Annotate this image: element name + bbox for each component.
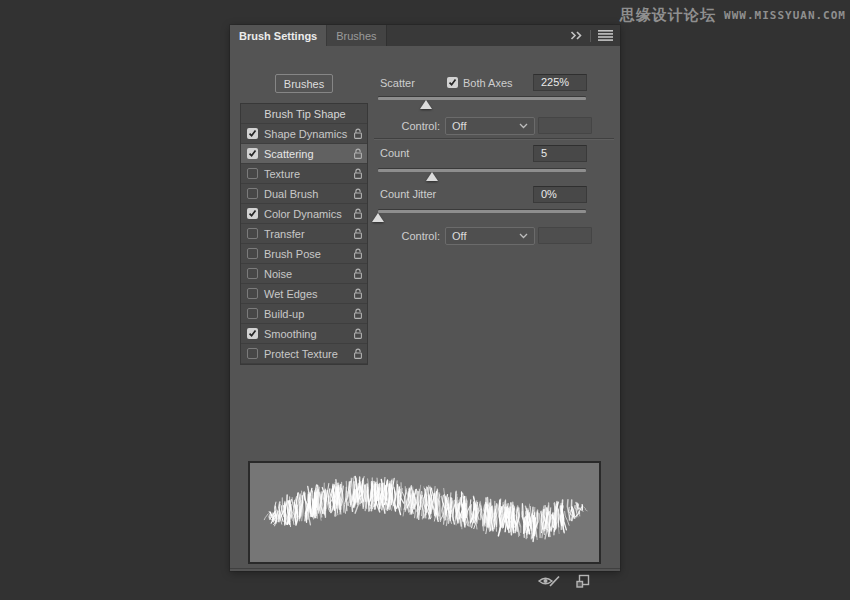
brush-setting-row[interactable]: Texture	[241, 164, 367, 184]
setting-label: Color Dynamics	[264, 208, 342, 220]
watermark: 思缘设计论坛 WWW.MISSYUAN.COM	[620, 6, 846, 25]
create-new-brush-icon[interactable]	[576, 574, 590, 588]
count-jitter-label: Count Jitter	[380, 188, 436, 200]
brush-setting-row[interactable]: Color Dynamics	[241, 204, 367, 224]
control1-dropdown[interactable]: Off	[445, 117, 535, 135]
check-icon	[248, 129, 257, 138]
setting-label: Texture	[264, 168, 300, 180]
brush-setting-row[interactable]: Brush Pose	[241, 244, 367, 264]
setting-label: Noise	[264, 268, 292, 280]
unlock-icon[interactable]	[353, 268, 363, 280]
unlock-icon[interactable]	[353, 248, 363, 260]
chevron-down-icon	[519, 123, 528, 129]
control2-label: Control:	[380, 230, 440, 242]
setting-checkbox[interactable]	[247, 228, 258, 239]
brush-settings-panel: Brush Settings Brushes Brushes	[230, 25, 620, 571]
eye-slash-icon[interactable]	[537, 574, 561, 588]
tab-brushes-label: Brushes	[336, 30, 376, 42]
setting-checkbox[interactable]	[247, 268, 258, 279]
brush-settings-list: Brush Tip Shape Shape Dynamics Scatterin	[240, 103, 368, 365]
unlock-icon[interactable]	[353, 288, 363, 300]
panel-tab-bar: Brush Settings Brushes	[230, 25, 620, 46]
setting-label: Brush Pose	[264, 248, 321, 260]
setting-label: Shape Dynamics	[264, 128, 347, 140]
setting-checkbox[interactable]	[247, 188, 258, 199]
brush-setting-row[interactable]: Transfer	[241, 224, 367, 244]
setting-checkbox[interactable]	[247, 288, 258, 299]
check-icon	[248, 149, 257, 158]
panel-body: Brushes Brush Tip Shape Shape Dynamics	[230, 46, 620, 571]
check-icon	[248, 209, 257, 218]
watermark-cn: 思缘设计论坛	[620, 6, 716, 25]
tabbar-icons	[570, 25, 620, 46]
unlock-icon[interactable]	[353, 228, 363, 240]
unlock-icon[interactable]	[353, 168, 363, 180]
tab-brushes[interactable]: Brushes	[327, 25, 386, 46]
setting-checkbox[interactable]	[247, 208, 258, 219]
setting-label: Dual Brush	[264, 188, 318, 200]
setting-checkbox[interactable]	[247, 348, 258, 359]
watermark-en: WWW.MISSYUAN.COM	[724, 9, 846, 22]
setting-checkbox[interactable]	[247, 148, 258, 159]
chevron-down-icon	[519, 233, 528, 239]
brush-setting-row[interactable]: Build-up	[241, 304, 367, 324]
unlock-icon[interactable]	[353, 188, 363, 200]
setting-checkbox[interactable]	[247, 168, 258, 179]
control2-extra-field	[538, 227, 592, 244]
control1-value: Off	[452, 120, 466, 132]
brush-setting-row[interactable]: Wet Edges	[241, 284, 367, 304]
count-jitter-value-field[interactable]: 0%	[533, 186, 587, 203]
brush-stroke-canvas	[250, 463, 599, 562]
unlock-icon[interactable]	[353, 328, 363, 340]
unlock-icon[interactable]	[353, 148, 363, 160]
both-axes-checkbox[interactable]	[447, 77, 458, 88]
brushes-button-label: Brushes	[284, 78, 324, 90]
count-label: Count	[380, 147, 409, 159]
unlock-icon[interactable]	[353, 128, 363, 140]
brush-setting-row[interactable]: Protect Texture	[241, 344, 367, 364]
check-icon	[448, 78, 457, 87]
brush-stroke-preview	[248, 461, 601, 564]
brush-setting-row[interactable]: Noise	[241, 264, 367, 284]
setting-checkbox[interactable]	[247, 328, 258, 339]
scatter-slider-track[interactable]	[378, 97, 586, 100]
section-divider	[374, 138, 614, 139]
brush-setting-row[interactable]: Shape Dynamics	[241, 124, 367, 144]
control1-label: Control:	[380, 120, 440, 132]
brushes-button[interactable]: Brushes	[275, 74, 333, 93]
panel-bottom-bar	[230, 568, 620, 592]
unlock-icon[interactable]	[353, 348, 363, 360]
setting-label: Build-up	[264, 308, 304, 320]
setting-label: Wet Edges	[264, 288, 318, 300]
setting-label: Smoothing	[264, 328, 317, 340]
setting-checkbox[interactable]	[247, 248, 258, 259]
tab-brush-settings-label: Brush Settings	[239, 30, 317, 42]
unlock-icon[interactable]	[353, 308, 363, 320]
list-item-brush-tip-shape[interactable]: Brush Tip Shape	[241, 104, 367, 124]
tabbar-separator	[590, 30, 591, 42]
control1-extra-field	[538, 117, 592, 134]
count-jitter-slider-thumb[interactable]	[372, 213, 384, 222]
brush-setting-row[interactable]: Smoothing	[241, 324, 367, 344]
unlock-icon[interactable]	[353, 208, 363, 220]
tab-brush-settings[interactable]: Brush Settings	[230, 25, 326, 46]
check-icon	[248, 329, 257, 338]
scatter-label: Scatter	[380, 77, 415, 89]
count-slider-track[interactable]	[378, 169, 586, 172]
scatter-slider-thumb[interactable]	[420, 100, 432, 109]
chevron-double-right-icon[interactable]	[570, 31, 583, 40]
brush-tip-shape-label: Brush Tip Shape	[264, 108, 345, 120]
panel-menu-icon[interactable]	[598, 30, 613, 41]
setting-checkbox[interactable]	[247, 128, 258, 139]
count-jitter-slider-track[interactable]	[378, 210, 586, 213]
setting-label: Scattering	[264, 148, 314, 160]
scatter-value-field[interactable]: 225%	[533, 74, 587, 91]
control2-dropdown[interactable]: Off	[445, 227, 535, 245]
both-axes-label: Both Axes	[463, 77, 513, 89]
count-slider-thumb[interactable]	[426, 172, 438, 181]
count-value-field[interactable]: 5	[533, 145, 587, 162]
photoshop-workspace: 思缘设计论坛 WWW.MISSYUAN.COM Brush Settings B…	[0, 0, 850, 600]
brush-setting-row[interactable]: Dual Brush	[241, 184, 367, 204]
brush-setting-row[interactable]: Scattering	[241, 144, 367, 164]
setting-checkbox[interactable]	[247, 308, 258, 319]
